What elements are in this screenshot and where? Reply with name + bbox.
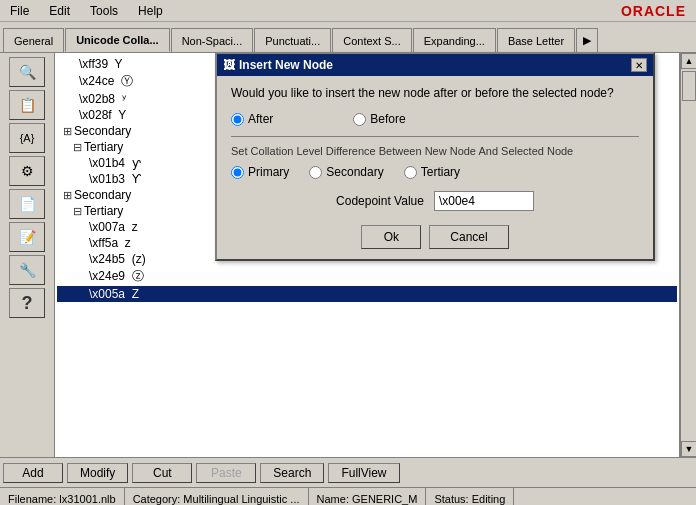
tree-value: \x01b3 Ƴ bbox=[89, 172, 141, 186]
scroll-down-btn[interactable]: ▼ bbox=[681, 441, 696, 457]
oracle-logo: ORACLE bbox=[621, 3, 686, 19]
sidebar: 🔍 📋 {A} ⚙ 📄 📝 🔧 ? bbox=[0, 53, 55, 457]
dialog-titlebar: 🖼 Insert New Node ✕ bbox=[217, 54, 653, 76]
secondary-radio-label[interactable]: Secondary bbox=[309, 165, 383, 179]
tab-nonspacing[interactable]: Non-Spaci... bbox=[171, 28, 254, 52]
tree-value: Tertiary bbox=[84, 140, 123, 154]
codepoint-field-row: Codepoint Value bbox=[231, 191, 639, 211]
expand-icon[interactable]: ⊞ bbox=[63, 189, 72, 202]
tree-value: Secondary bbox=[74, 124, 131, 138]
tree-row-selected[interactable]: \x005a Z bbox=[57, 286, 677, 302]
dialog-body: Would you like to insert the new node af… bbox=[217, 76, 653, 259]
tab-punctuation[interactable]: Punctuati... bbox=[254, 28, 331, 52]
expand-icon[interactable]: ⊟ bbox=[73, 141, 82, 154]
search-button[interactable]: Search bbox=[260, 463, 324, 483]
expand-icon[interactable]: ⊞ bbox=[63, 125, 72, 138]
scroll-track[interactable] bbox=[681, 69, 696, 441]
dialog-close-button[interactable]: ✕ bbox=[631, 58, 647, 72]
after-radio[interactable] bbox=[231, 113, 244, 126]
tree-value: \x007a z bbox=[89, 220, 138, 234]
scrollbar-right[interactable]: ▲ ▼ bbox=[680, 53, 696, 457]
tree-value: Secondary bbox=[74, 188, 131, 202]
tertiary-radio-label[interactable]: Tertiary bbox=[404, 165, 460, 179]
dialog-section-label: Set Collation Level Difference Between N… bbox=[231, 145, 639, 157]
add-button[interactable]: Add bbox=[3, 463, 63, 483]
status-filename: Filename: lx31001.nlb bbox=[0, 488, 125, 505]
tab-general[interactable]: General bbox=[3, 28, 64, 52]
dialog-level-group: Primary Secondary Tertiary bbox=[231, 165, 639, 179]
codepoint-label: Codepoint Value bbox=[336, 194, 424, 208]
dialog-icon: 🖼 bbox=[223, 58, 235, 72]
bottom-toolbar: Add Modify Cut Paste Search FullView bbox=[0, 457, 696, 487]
scroll-thumb[interactable] bbox=[682, 71, 696, 101]
menu-bar: File Edit Tools Help ORACLE bbox=[0, 0, 696, 22]
status-category: Category: Multilingual Linguistic ... bbox=[125, 488, 309, 505]
codepoint-input[interactable] bbox=[434, 191, 534, 211]
menu-help[interactable]: Help bbox=[132, 2, 169, 20]
sidebar-btn-6[interactable]: 📝 bbox=[9, 222, 45, 252]
status-bar: Filename: lx31001.nlb Category: Multilin… bbox=[0, 487, 696, 505]
dialog-question: Would you like to insert the new node af… bbox=[231, 86, 639, 100]
dialog-title-text: Insert New Node bbox=[239, 58, 333, 72]
tab-unicode[interactable]: Unicode Colla... bbox=[65, 28, 170, 52]
menu-file[interactable]: File bbox=[4, 2, 35, 20]
dialog-buttons: Ok Cancel bbox=[231, 225, 639, 249]
sidebar-btn-3[interactable]: {A} bbox=[9, 123, 45, 153]
dialog-title: 🖼 Insert New Node bbox=[223, 58, 333, 72]
before-radio-label[interactable]: Before bbox=[353, 112, 405, 126]
menu-tools[interactable]: Tools bbox=[84, 2, 124, 20]
dialog-separator bbox=[231, 136, 639, 137]
tree-value: \x01b4 ƴ bbox=[89, 156, 141, 170]
after-label: After bbox=[248, 112, 273, 126]
cancel-button[interactable]: Cancel bbox=[429, 225, 508, 249]
secondary-radio[interactable] bbox=[309, 166, 322, 179]
tree-value: \x02b8 ʸ bbox=[79, 92, 126, 106]
ok-button[interactable]: Ok bbox=[361, 225, 421, 249]
paste-button[interactable]: Paste bbox=[196, 463, 256, 483]
expand-icon[interactable]: ⊟ bbox=[73, 205, 82, 218]
tree-value: \x24e9 ⓩ bbox=[89, 268, 144, 285]
status-name: Name: GENERIC_M bbox=[309, 488, 427, 505]
primary-radio-label[interactable]: Primary bbox=[231, 165, 289, 179]
sidebar-btn-help[interactable]: ? bbox=[9, 288, 45, 318]
tree-row[interactable]: \x24e9 ⓩ bbox=[57, 267, 677, 286]
sidebar-btn-4[interactable]: ⚙ bbox=[9, 156, 45, 186]
tab-expanding[interactable]: Expanding... bbox=[413, 28, 496, 52]
fullview-button[interactable]: FullView bbox=[328, 463, 399, 483]
dialog-position-row: After Before bbox=[231, 112, 639, 126]
tab-baseletter[interactable]: Base Letter bbox=[497, 28, 575, 52]
sidebar-btn-1[interactable]: 🔍 bbox=[9, 57, 45, 87]
cut-button[interactable]: Cut bbox=[132, 463, 192, 483]
primary-label: Primary bbox=[248, 165, 289, 179]
insert-node-dialog: 🖼 Insert New Node ✕ Would you like to in… bbox=[215, 52, 655, 261]
modify-button[interactable]: Modify bbox=[67, 463, 128, 483]
menu-edit[interactable]: Edit bbox=[43, 2, 76, 20]
tree-value: \x028f Y bbox=[79, 108, 126, 122]
tertiary-label: Tertiary bbox=[421, 165, 460, 179]
before-radio[interactable] bbox=[353, 113, 366, 126]
status-editing: Status: Editing bbox=[426, 488, 514, 505]
tree-value: \x24b5 (z) bbox=[89, 252, 146, 266]
tab-more[interactable]: ▶ bbox=[576, 28, 598, 52]
primary-radio[interactable] bbox=[231, 166, 244, 179]
tab-bar: General Unicode Colla... Non-Spaci... Pu… bbox=[0, 22, 696, 52]
before-label: Before bbox=[370, 112, 405, 126]
tree-value: \x24ce Ⓨ bbox=[79, 73, 133, 90]
tertiary-radio[interactable] bbox=[404, 166, 417, 179]
tab-context[interactable]: Context S... bbox=[332, 28, 411, 52]
secondary-label: Secondary bbox=[326, 165, 383, 179]
tree-value: \xff39 Y bbox=[79, 57, 123, 71]
menu-items: File Edit Tools Help bbox=[4, 2, 169, 20]
after-radio-label[interactable]: After bbox=[231, 112, 273, 126]
tree-value: \xff5a z bbox=[89, 236, 131, 250]
sidebar-btn-7[interactable]: 🔧 bbox=[9, 255, 45, 285]
tree-value-selected: \x005a Z bbox=[89, 287, 139, 301]
sidebar-btn-5[interactable]: 📄 bbox=[9, 189, 45, 219]
tree-value: Tertiary bbox=[84, 204, 123, 218]
scroll-up-btn[interactable]: ▲ bbox=[681, 53, 696, 69]
sidebar-btn-2[interactable]: 📋 bbox=[9, 90, 45, 120]
